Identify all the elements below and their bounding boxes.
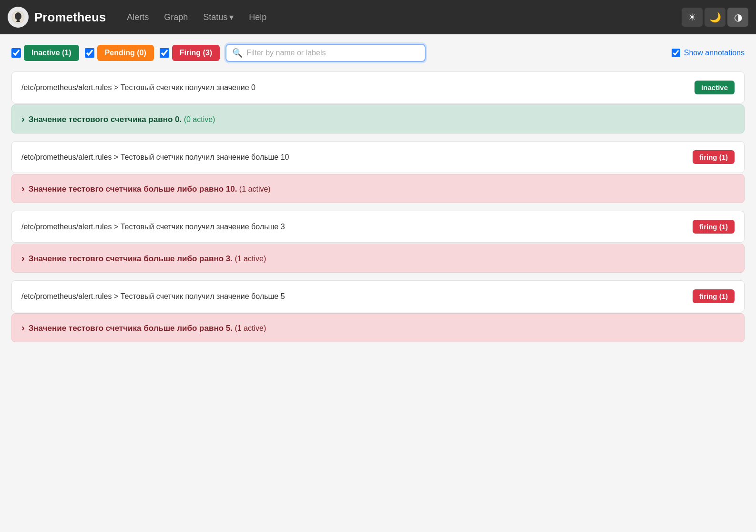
alert-row: /etc/prometheus/alert.rules > Тестовый с… <box>11 211 745 243</box>
firing-filter-chip[interactable]: Firing (3) <box>160 45 220 61</box>
alert-group-1: /etc/prometheus/alert.rules > Тестовый с… <box>11 72 745 133</box>
chevron-icon: › <box>21 253 25 264</box>
alert-active-count: (1 active) <box>233 324 266 332</box>
pending-filter-chip[interactable]: Pending (0) <box>85 45 154 61</box>
prometheus-logo-icon <box>8 7 29 28</box>
svg-rect-1 <box>16 21 20 22</box>
theme-dark-button[interactable]: 🌙 <box>705 8 725 27</box>
navbar-right: ☀ 🌙 ◑ <box>682 8 748 27</box>
alert-separator <box>11 207 745 211</box>
alert-row: /etc/prometheus/alert.rules > Тестовый с… <box>11 280 745 312</box>
show-annotations-text: Show annotations <box>684 49 745 57</box>
status-dropdown-icon: ▾ <box>229 12 234 22</box>
alert-row-text: /etc/prometheus/alert.rules > Тестовый с… <box>21 83 255 92</box>
alert-active-count: (0 active) <box>182 115 215 123</box>
nav-help[interactable]: Help <box>243 9 272 26</box>
nav-graph[interactable]: Graph <box>158 9 194 26</box>
theme-contrast-button[interactable]: ◑ <box>727 8 748 27</box>
firing-chip-label: Firing (3) <box>172 45 220 61</box>
alert-status-badge: firing (1) <box>693 289 735 303</box>
inactive-filter-chip[interactable]: Inactive (1) <box>11 45 79 61</box>
navbar-logo: Prometheus <box>8 7 106 28</box>
alert-status-badge: firing (1) <box>693 150 735 164</box>
theme-light-button[interactable]: ☀ <box>682 8 703 27</box>
alert-status-badge: firing (1) <box>693 220 735 234</box>
pending-chip-label: Pending (0) <box>97 45 154 61</box>
alert-detail[interactable]: › Значение тестовго счетчика больше либо… <box>11 174 745 203</box>
search-container: 🔍 <box>225 44 426 62</box>
alert-detail-text: › Значение тестовго счетчика больше либо… <box>21 184 271 194</box>
inactive-chip-label: Inactive (1) <box>24 45 79 61</box>
show-annotations-label[interactable]: Show annotations <box>672 49 745 57</box>
alert-group-2: /etc/prometheus/alert.rules > Тестовый с… <box>11 141 745 203</box>
alert-detail[interactable]: › Значение тестовго счетчика больше либо… <box>11 244 745 273</box>
alert-row: /etc/prometheus/alert.rules > Тестовый с… <box>11 141 745 173</box>
alert-detail[interactable]: › Значение тестового счетчика равно 0. (… <box>11 104 745 133</box>
alert-active-count: (1 active) <box>233 255 266 263</box>
alerts-list: /etc/prometheus/alert.rules > Тестовый с… <box>11 72 745 342</box>
alert-status-badge: inactive <box>695 81 735 94</box>
alert-group-4: /etc/prometheus/alert.rules > Тестовый с… <box>11 280 745 342</box>
nav-status[interactable]: Status ▾ <box>197 8 239 26</box>
alert-row-text: /etc/prometheus/alert.rules > Тестовый с… <box>21 292 285 301</box>
alert-separator <box>11 137 745 141</box>
chevron-icon: › <box>21 113 25 124</box>
show-annotations-checkbox[interactable] <box>672 49 680 57</box>
chevron-icon: › <box>21 322 25 333</box>
navbar: Prometheus Alerts Graph Status ▾ Help ☀ … <box>0 0 756 34</box>
alert-detail-text: › Значение тестовго счетчика больше либо… <box>21 324 266 333</box>
navbar-nav: Alerts Graph Status ▾ Help <box>121 8 272 26</box>
alert-row: /etc/prometheus/alert.rules > Тестовый с… <box>11 72 745 103</box>
alert-detail[interactable]: › Значение тестовго счетчика больше либо… <box>11 313 745 342</box>
inactive-checkbox[interactable] <box>11 48 21 58</box>
alert-separator <box>11 276 745 280</box>
search-input[interactable] <box>246 49 419 57</box>
main-content: Inactive (1) Pending (0) Firing (3) 🔍 Sh… <box>0 34 756 356</box>
navbar-brand: Prometheus <box>34 10 106 25</box>
pending-checkbox[interactable] <box>85 48 94 58</box>
search-icon: 🔍 <box>232 48 243 58</box>
firing-checkbox[interactable] <box>160 48 169 58</box>
nav-alerts[interactable]: Alerts <box>121 9 154 26</box>
filter-bar: Inactive (1) Pending (0) Firing (3) 🔍 Sh… <box>11 44 745 62</box>
alert-group-3: /etc/prometheus/alert.rules > Тестовый с… <box>11 211 745 273</box>
chevron-icon: › <box>21 183 25 194</box>
nav-status-label: Status <box>203 12 227 22</box>
alert-active-count: (1 active) <box>237 185 270 193</box>
alert-row-text: /etc/prometheus/alert.rules > Тестовый с… <box>21 153 289 162</box>
alert-detail-text: › Значение тестовго счетчика больше либо… <box>21 254 266 263</box>
alert-detail-text: › Значение тестового счетчика равно 0. (… <box>21 115 215 124</box>
alert-row-text: /etc/prometheus/alert.rules > Тестовый с… <box>21 223 285 231</box>
